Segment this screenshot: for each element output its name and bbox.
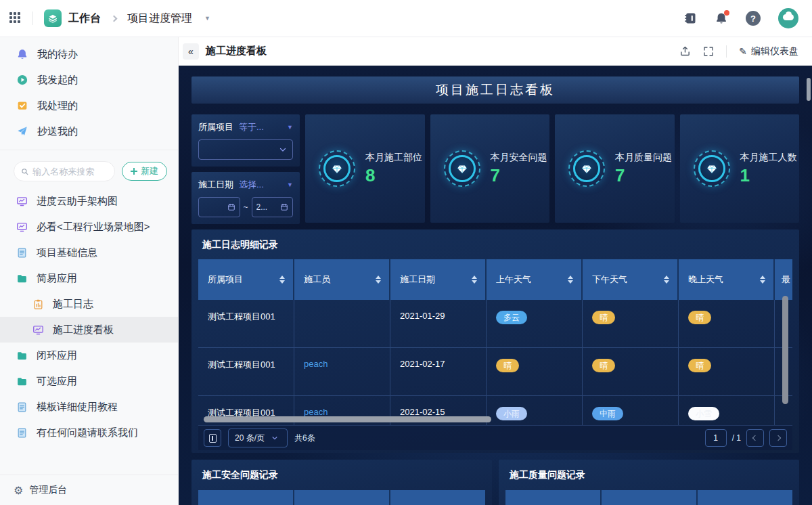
sidebar-item-my-handled[interactable]: 我处理的 bbox=[0, 93, 178, 118]
column-header-truncated[interactable]: 最 bbox=[775, 259, 792, 300]
divider bbox=[0, 150, 178, 150]
workspace-title[interactable]: 工作台 bbox=[68, 12, 101, 26]
kpi-card-workers-count: 本月施工人数 1 bbox=[680, 114, 800, 223]
worker-link[interactable]: peach bbox=[304, 407, 328, 417]
sort-icon[interactable] bbox=[472, 276, 477, 284]
table-row[interactable]: 测试工程项目001 2021-01-29 多云 晴 晴 bbox=[198, 300, 792, 348]
share-export-icon[interactable] bbox=[679, 45, 691, 57]
sidebar-item-project-basic-info[interactable]: 项目基础信息 bbox=[0, 240, 178, 265]
sort-icon[interactable] bbox=[376, 276, 381, 284]
kpi-card-construction-parts: 本月施工部位 8 bbox=[305, 114, 425, 223]
cell-worker bbox=[294, 300, 390, 347]
caret-down-icon[interactable]: ▼ bbox=[287, 124, 293, 131]
search-input[interactable] bbox=[32, 167, 108, 177]
date-start-input[interactable] bbox=[198, 197, 240, 217]
sidebar-item-construction-log[interactable]: 施工日志 bbox=[0, 291, 178, 317]
sidebar-item-template-tutorial[interactable]: 模板详细使用教程 bbox=[0, 394, 178, 420]
sidebar-item-contact-us[interactable]: 有任何问题请联系我们 bbox=[0, 420, 178, 445]
page-title: 施工进度看板 bbox=[206, 45, 267, 58]
sidebar-item-label: 模板详细使用教程 bbox=[37, 401, 118, 414]
table-body: 测试工程项目001 2021-01-29 多云 晴 晴 测试工程项目001 pe… bbox=[198, 300, 792, 425]
cell-worker: peach bbox=[294, 348, 390, 395]
sidebar-item-label: 闭环应用 bbox=[37, 349, 77, 362]
sidebar-item-closed-loop-apps[interactable]: 闭环应用 bbox=[0, 343, 178, 368]
worker-link[interactable]: peach bbox=[304, 359, 328, 369]
page-size-select[interactable]: 20 条/页 bbox=[228, 429, 288, 447]
prev-page-button[interactable] bbox=[746, 429, 764, 447]
sidebar-item-my-initiated[interactable]: 我发起的 bbox=[0, 67, 178, 93]
breadcrumb[interactable]: 项目进度管理 bbox=[127, 12, 192, 26]
column-header-am-weather[interactable]: 上午天气 bbox=[487, 259, 583, 300]
sidebar-item-industry-map[interactable]: 必看<工程行业场景地图> bbox=[0, 214, 178, 240]
sidebar-item-simple-apps[interactable]: 简易应用 bbox=[0, 265, 178, 291]
next-page-button[interactable] bbox=[769, 429, 787, 447]
sidebar-item-optional-apps[interactable]: 可选应用 bbox=[0, 368, 178, 394]
kpi-value: 1 bbox=[740, 165, 797, 186]
sidebar-item-label: 项目基础信息 bbox=[37, 246, 97, 259]
project-select[interactable] bbox=[198, 139, 293, 160]
sort-icon[interactable] bbox=[664, 276, 669, 284]
gem-badge-icon bbox=[319, 150, 355, 187]
weather-tag: 小雨 bbox=[496, 407, 527, 420]
cell-date: 2021-01-29 bbox=[390, 300, 487, 347]
column-header-project[interactable]: 所属项目 bbox=[198, 259, 294, 300]
edit-dashboard-button[interactable]: ✎ 编辑仪表盘 bbox=[739, 45, 798, 58]
sidebar: 我的待办 我发起的 我处理的 抄送我的 bbox=[0, 37, 179, 505]
filter-operator[interactable]: 等于... bbox=[239, 121, 264, 133]
play-circle-icon bbox=[16, 74, 28, 86]
sidebar-item-label: 施工进度看板 bbox=[53, 324, 114, 336]
collapse-sidebar-icon[interactable]: « bbox=[183, 43, 199, 60]
document-icon bbox=[16, 427, 28, 439]
help-icon[interactable]: ? bbox=[746, 11, 761, 26]
log-detail-panel: 施工日志明细记录 所属项目 施工员 施工日期 上午天气 下午天气 晚上天气 最 … bbox=[191, 229, 799, 453]
sidebar-item-architecture-diagram[interactable]: 进度云助手架构图 bbox=[0, 188, 178, 214]
sidebar-item-label: 有任何问题请联系我们 bbox=[37, 426, 138, 439]
horizontal-scrollbar[interactable] bbox=[204, 416, 491, 422]
sidebar-item-construction-progress-board[interactable]: 施工进度看板 bbox=[0, 317, 178, 343]
fullscreen-icon[interactable] bbox=[703, 46, 714, 57]
app-window: 工作台 项目进度管理 ▼ ? 我的待办 bbox=[0, 0, 812, 505]
sort-icon[interactable] bbox=[568, 276, 573, 284]
column-header-worker[interactable]: 施工员 bbox=[294, 259, 390, 300]
pagination-bar: 20 条/页 共6条 1 / 1 bbox=[198, 425, 792, 450]
notification-badge bbox=[724, 10, 729, 16]
table-title: 施工日志明细记录 bbox=[202, 239, 792, 251]
sort-icon[interactable] bbox=[760, 276, 765, 284]
sort-icon[interactable] bbox=[279, 276, 285, 284]
kpi-label: 本月施工人数 bbox=[740, 152, 797, 164]
cell-date: 2021-02-17 bbox=[390, 348, 487, 395]
app-launcher-icon[interactable] bbox=[9, 12, 22, 24]
sidebar-item-my-todo[interactable]: 我的待办 bbox=[0, 41, 178, 67]
kpi-value: 7 bbox=[491, 165, 547, 186]
page-number-input[interactable]: 1 bbox=[705, 429, 727, 447]
notebook-icon[interactable] bbox=[683, 12, 697, 25]
filter-operator[interactable]: 选择... bbox=[239, 179, 264, 191]
pagination-display-icon[interactable] bbox=[204, 429, 221, 447]
dashboard-monitor-icon bbox=[16, 221, 28, 233]
total-count: 共6条 bbox=[294, 433, 315, 444]
column-header-pm-weather[interactable]: 下午天气 bbox=[583, 259, 679, 300]
sidebar-item-label: 我的待办 bbox=[37, 48, 78, 61]
document-icon bbox=[16, 247, 28, 259]
column-header-night-weather[interactable]: 晚上天气 bbox=[679, 259, 775, 300]
vertical-scrollbar[interactable] bbox=[782, 296, 788, 404]
cell-am-weather: 多云 bbox=[487, 300, 583, 347]
new-button[interactable]: 新建 bbox=[122, 162, 167, 181]
sidebar-item-admin-console[interactable]: ⚙ 管理后台 bbox=[0, 475, 178, 505]
column-header-date[interactable]: 施工日期 bbox=[390, 259, 487, 300]
caret-down-icon[interactable]: ▼ bbox=[287, 181, 293, 188]
calendar-icon bbox=[227, 203, 235, 211]
folder-icon bbox=[16, 273, 28, 284]
sidebar-item-cc-to-me[interactable]: 抄送我的 bbox=[0, 118, 178, 144]
topbar: 工作台 项目进度管理 ▼ ? bbox=[0, 0, 812, 37]
table-row[interactable]: 测试工程项目001 peach 2021-02-17 晴 晴 晴 bbox=[198, 348, 792, 396]
sidebar-item-label: 管理后台 bbox=[29, 484, 67, 496]
workspace-logo-icon[interactable] bbox=[44, 9, 62, 27]
sidebar-item-label: 我发起的 bbox=[37, 74, 78, 87]
date-end-input[interactable]: 2... bbox=[252, 197, 294, 217]
notifications-bell-icon[interactable] bbox=[715, 12, 728, 25]
avatar[interactable] bbox=[778, 8, 798, 28]
sidebar-item-label: 施工日志 bbox=[53, 298, 93, 311]
chevron-down-icon[interactable]: ▼ bbox=[204, 15, 210, 22]
sidebar-item-label: 简易应用 bbox=[37, 272, 77, 285]
